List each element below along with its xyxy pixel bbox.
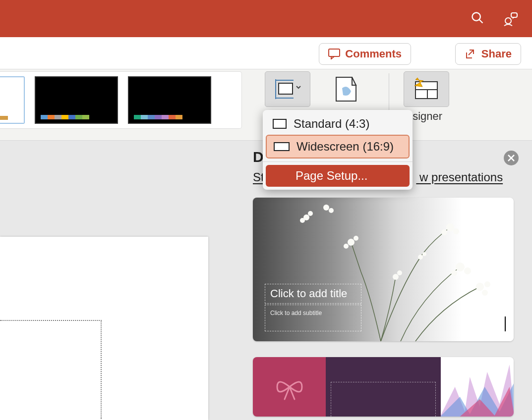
- svg-point-25: [344, 244, 349, 249]
- svg-point-32: [329, 208, 334, 213]
- svg-point-29: [308, 211, 313, 216]
- svg-point-2: [505, 18, 511, 24]
- command-band: Comments Share: [0, 37, 532, 69]
- svg-point-22: [482, 290, 488, 296]
- design-idea-2[interactable]: [253, 357, 514, 417]
- svg-point-31: [323, 205, 329, 210]
- svg-rect-4: [329, 49, 340, 56]
- design-suggestions: Click to add title Click to add subtitle: [253, 198, 514, 420]
- designer-button[interactable]: [404, 71, 449, 107]
- svg-line-1: [479, 20, 483, 23]
- search-icon[interactable]: [471, 11, 484, 25]
- svg-point-18: [464, 267, 471, 274]
- card2-middle-panel: [326, 357, 440, 417]
- card2-right-panel: [441, 357, 514, 417]
- svg-point-30: [300, 218, 305, 223]
- share-label: Share: [481, 48, 512, 60]
- svg-point-23: [348, 239, 355, 246]
- svg-point-33: [418, 255, 423, 260]
- svg-rect-3: [511, 13, 517, 17]
- svg-point-34: [422, 252, 426, 256]
- format-background-button[interactable]: [322, 71, 368, 107]
- slide-size-button[interactable]: [265, 71, 310, 107]
- pane-title-fragment: D: [253, 149, 264, 165]
- svg-point-19: [451, 270, 457, 276]
- standard-label: Standard (4:3): [294, 117, 369, 131]
- theme-swatches: [41, 115, 89, 119]
- bow-icon: [272, 369, 307, 404]
- title-placeholder-outline[interactable]: [0, 320, 102, 419]
- share-button[interactable]: Share: [455, 43, 521, 65]
- svg-point-20: [476, 283, 484, 291]
- svg-rect-7: [279, 83, 293, 94]
- dropdown-separator: [263, 161, 413, 162]
- svg-point-0: [473, 13, 480, 21]
- svg-point-14: [446, 223, 454, 231]
- titlebar: [0, 0, 532, 37]
- svg-point-26: [393, 274, 399, 280]
- widescreen-label: Widescreen (16:9): [296, 140, 394, 154]
- svg-point-17: [456, 262, 465, 271]
- page-setup-menuitem[interactable]: Page Setup...: [266, 165, 410, 187]
- ratio-16-9-icon: [274, 142, 290, 151]
- design-idea-1[interactable]: Click to add title Click to add subtitle: [253, 198, 514, 341]
- theme-thumb-dark2[interactable]: [128, 76, 211, 124]
- slide-canvas-area: [0, 141, 236, 420]
- theme-swatches: [134, 115, 182, 119]
- theme-gallery[interactable]: [0, 71, 242, 129]
- theme-thumb-dark1[interactable]: [35, 76, 118, 124]
- page-setup-label: Page Setup...: [296, 169, 367, 183]
- slide-size-dropdown: Standard (4:3) Widescreen (16:9) Page Se…: [263, 110, 413, 190]
- comments-button[interactable]: Comments: [319, 43, 411, 65]
- slide-size-widescreen[interactable]: Widescreen (16:9): [266, 135, 410, 158]
- ratio-4-3-icon: [273, 119, 287, 129]
- collab-icon[interactable]: [502, 11, 518, 27]
- svg-point-15: [453, 228, 459, 234]
- text-cursor: [505, 316, 506, 331]
- svg-point-27: [397, 270, 402, 275]
- comments-label: Comments: [345, 48, 402, 60]
- theme-thumb-office[interactable]: [0, 76, 25, 124]
- card2-left-panel: [253, 357, 326, 417]
- slide-size-standard[interactable]: Standard (4:3): [266, 113, 410, 135]
- svg-point-16: [441, 229, 447, 235]
- current-slide[interactable]: [0, 237, 208, 420]
- theme-swatches: [0, 116, 8, 120]
- svg-point-24: [354, 236, 358, 241]
- card1-title-placeholder: Click to add title: [265, 284, 361, 304]
- svg-point-21: [484, 281, 490, 287]
- card1-subtitle-placeholder: Click to add subtitle: [265, 305, 361, 331]
- close-pane-button[interactable]: [504, 151, 519, 165]
- card2-title-placeholder: [331, 382, 435, 417]
